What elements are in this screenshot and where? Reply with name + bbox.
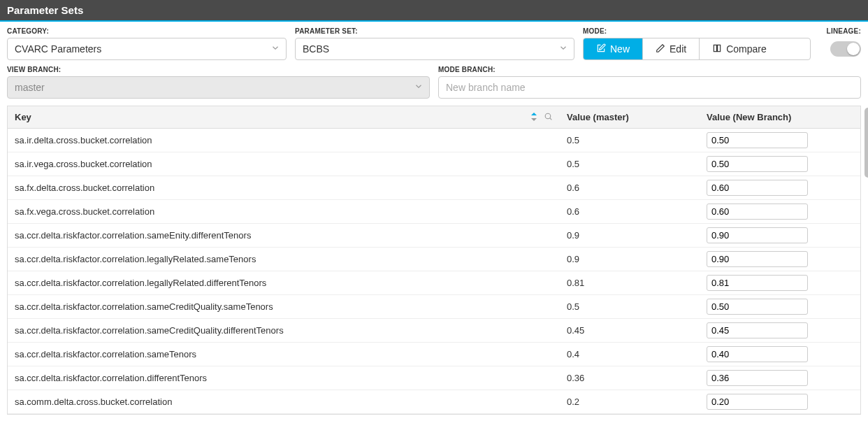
view-branch-label: VIEW BRANCH: — [7, 66, 430, 73]
value-input[interactable] — [707, 370, 808, 386]
value-input[interactable] — [707, 204, 808, 220]
footer-actions: Discard Changes View Summary — [0, 415, 868, 421]
cell-value-master: 0.4 — [560, 343, 700, 366]
cell-value-new — [700, 129, 860, 152]
mode-compare-label: Compare — [726, 43, 767, 55]
svg-marker-2 — [531, 113, 537, 115]
table-row: sa.ccr.delta.riskfactor.correlation.lega… — [8, 271, 860, 295]
mode-edit-button[interactable]: Edit — [643, 38, 700, 59]
chevron-down-icon — [414, 82, 424, 94]
cell-value-new — [700, 248, 860, 271]
edit-square-icon — [596, 43, 606, 55]
cell-value-master: 0.5 — [560, 152, 700, 176]
cell-key: sa.ccr.delta.riskfactor.correlation.same… — [8, 319, 560, 343]
cell-value-new — [700, 176, 860, 200]
mode-new-label: New — [610, 43, 630, 55]
column-header-key[interactable]: Key — [8, 106, 560, 129]
column-header-value-new[interactable]: Value (New Branch) — [700, 106, 860, 129]
cell-value-master: 0.2 — [560, 390, 700, 414]
cell-value-master: 0.5 — [560, 129, 700, 152]
cell-value-new — [700, 152, 860, 176]
cell-value-new — [700, 271, 860, 295]
table-row: sa.fx.vega.cross.bucket.correlation0.6 — [8, 200, 860, 224]
svg-rect-0 — [714, 45, 716, 51]
value-input[interactable] — [707, 322, 808, 338]
value-input[interactable] — [707, 227, 808, 243]
toggle-knob — [847, 43, 860, 55]
cell-key: sa.ir.delta.cross.bucket.correlation — [8, 129, 560, 152]
cell-value-new — [700, 295, 860, 319]
value-input[interactable] — [707, 156, 808, 172]
view-branch-select[interactable]: master — [7, 76, 430, 99]
table-row: sa.ccr.delta.riskfactor.correlation.same… — [8, 224, 860, 248]
cell-key: sa.fx.vega.cross.bucket.correlation — [8, 200, 560, 224]
cell-value-master: 0.9 — [560, 248, 700, 271]
svg-point-4 — [545, 113, 551, 119]
value-input[interactable] — [707, 251, 808, 267]
sort-icon[interactable] — [531, 113, 537, 122]
page-header: Parameter Sets — [0, 0, 868, 22]
mode-edit-label: Edit — [670, 43, 686, 55]
table-row: sa.ccr.delta.riskfactor.correlation.diff… — [8, 366, 860, 390]
cell-value-master: 0.6 — [560, 176, 700, 200]
cell-key: sa.comm.delta.cross.bucket.correlation — [8, 390, 560, 414]
lineage-toggle[interactable] — [830, 41, 861, 57]
table-row: sa.ccr.delta.riskfactor.correlation.same… — [8, 343, 860, 366]
value-input[interactable] — [707, 275, 808, 291]
column-header-value-master[interactable]: Value (master) — [560, 106, 700, 129]
pencil-icon — [656, 43, 665, 55]
cell-key: sa.fx.delta.cross.bucket.correlation — [8, 176, 560, 200]
parameter-set-label: PARAMETER SET: — [295, 27, 574, 35]
mode-branch-input[interactable] — [438, 76, 861, 99]
category-label: CATEGORY: — [7, 27, 287, 35]
table-row: sa.fx.delta.cross.bucket.correlation0.6 — [8, 176, 860, 200]
compare-icon — [712, 43, 722, 55]
cell-value-new — [700, 343, 860, 366]
table-row: sa.ccr.delta.riskfactor.correlation.lega… — [8, 248, 860, 271]
cell-key: sa.ccr.delta.riskfactor.correlation.lega… — [8, 248, 560, 271]
value-input[interactable] — [707, 180, 808, 196]
value-input[interactable] — [707, 394, 808, 410]
cell-key: sa.ccr.delta.riskfactor.correlation.lega… — [8, 271, 560, 295]
mode-branch-label: MODE BRANCH: — [438, 66, 861, 73]
parameter-set-select[interactable]: BCBS — [295, 38, 574, 60]
value-input[interactable] — [707, 346, 808, 362]
parameters-table-container: Key Value (master) Value (New Branch) sa… — [7, 106, 861, 415]
cell-value-new — [700, 390, 860, 414]
mode-compare-button[interactable]: Compare — [700, 38, 779, 59]
chevron-down-icon — [558, 43, 568, 55]
cell-key: sa.ccr.delta.riskfactor.correlation.same… — [8, 224, 560, 248]
svg-line-5 — [550, 118, 552, 120]
category-select[interactable]: CVARC Parameters — [7, 38, 287, 60]
cell-key: sa.ccr.delta.riskfactor.correlation.same… — [8, 295, 560, 319]
cell-value-new — [700, 200, 860, 224]
category-value: CVARC Parameters — [15, 43, 101, 55]
value-input[interactable] — [707, 132, 808, 148]
chevron-down-icon — [270, 43, 280, 55]
mode-new-button[interactable]: New — [584, 38, 643, 59]
mode-label: MODE: — [583, 27, 811, 35]
lineage-label: LINEAGE: — [827, 27, 861, 35]
cell-value-master: 0.5 — [560, 295, 700, 319]
table-row: sa.comm.delta.cross.bucket.correlation0.… — [8, 390, 860, 414]
value-input[interactable] — [707, 299, 808, 315]
search-icon[interactable] — [544, 112, 553, 122]
cell-key: sa.ccr.delta.riskfactor.correlation.same… — [8, 343, 560, 366]
view-branch-value: master — [15, 82, 45, 93]
page-title: Parameter Sets — [7, 4, 83, 16]
svg-rect-1 — [718, 45, 721, 51]
cell-value-new — [700, 224, 860, 248]
parameters-table: Key Value (master) Value (New Branch) sa… — [8, 106, 860, 414]
scrollbar[interactable] — [863, 106, 868, 414]
cell-value-master: 0.45 — [560, 319, 700, 343]
scrollbar-thumb[interactable] — [865, 108, 868, 178]
table-row: sa.ccr.delta.riskfactor.correlation.same… — [8, 319, 860, 343]
cell-value-new — [700, 319, 860, 343]
parameter-set-value: BCBS — [303, 43, 329, 55]
table-row: sa.ccr.delta.riskfactor.correlation.same… — [8, 295, 860, 319]
cell-value-new — [700, 366, 860, 390]
table-row: sa.ir.delta.cross.bucket.correlation0.5 — [8, 129, 860, 152]
svg-marker-3 — [531, 118, 537, 121]
cell-value-master: 0.36 — [560, 366, 700, 390]
mode-button-group: New Edit Compare — [583, 38, 811, 60]
